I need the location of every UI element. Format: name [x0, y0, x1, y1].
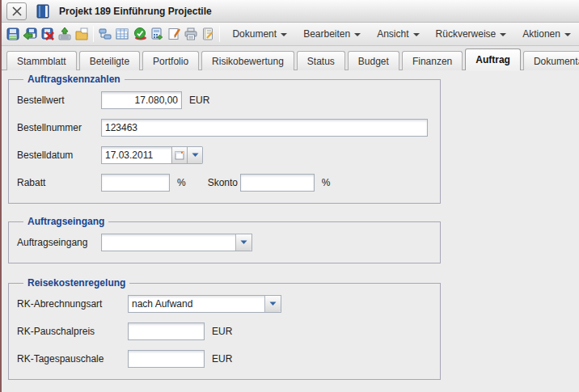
recalculate-button[interactable]	[150, 24, 164, 44]
tab-label: Finanzen	[412, 56, 452, 67]
bestelldatum-dropdown-button[interactable]	[188, 146, 203, 164]
calendar-icon	[175, 150, 184, 160]
tab-budget[interactable]: Budget	[348, 51, 399, 70]
auftragseingang-select-value	[102, 234, 235, 251]
toolbar-separator	[93, 26, 94, 42]
menu-rueckverweise-label: Rückverweise	[436, 28, 497, 40]
tab-label: Stammblatt	[17, 56, 66, 67]
print-button[interactable]	[184, 24, 198, 44]
menu-dokument[interactable]: Dokument	[229, 26, 290, 42]
menu-aktionen[interactable]: Aktionen	[519, 26, 574, 42]
auftrag-panel: Auftragskennzahlen Bestellwert EUR Beste…	[2, 70, 579, 392]
field-row-rk-abrechnungsart: RK-Abrechnungsart nach Aufwand	[17, 295, 440, 313]
titlebar: Projekt 189 Einführung Projectile	[2, 0, 579, 23]
tab-label: Risikobewertung	[212, 56, 284, 67]
bestellnummer-input[interactable]	[101, 119, 428, 137]
save-and-back-button[interactable]	[23, 24, 37, 44]
field-row-rk-tagespauschale: RK-Tagespauschale EUR	[17, 350, 440, 368]
field-row-bestellnummer: Bestellnummer	[17, 119, 440, 137]
recalculate-icon	[150, 27, 164, 41]
section-auftragskennzahlen-legend: Auftragskennzahlen	[23, 74, 125, 85]
edit-document-button[interactable]	[167, 24, 181, 44]
field-row-rabatt-skonto: Rabatt % Skonto %	[17, 174, 440, 192]
rk-pauschalpreis-label: RK-Pauschalpreis	[17, 326, 128, 337]
hierarchy-button[interactable]	[98, 24, 112, 44]
skonto-input[interactable]	[240, 174, 315, 192]
save-icon	[6, 27, 20, 41]
tab-finanzen[interactable]: Finanzen	[402, 51, 463, 70]
tab-stammblatt[interactable]: Stammblatt	[6, 51, 77, 70]
tabbar: Stammblatt Beteiligte Portfolio Risikobe…	[2, 46, 579, 70]
copy-document-button[interactable]	[74, 24, 89, 44]
rabatt-label: Rabatt	[17, 177, 101, 188]
tab-label: Dokumentation	[534, 56, 579, 67]
menu-bearbeiten-label: Bearbeiten	[303, 28, 350, 40]
projectile-window: Projekt 189 Einführung Projectile	[0, 0, 579, 392]
project-document-icon	[35, 3, 51, 19]
save-button[interactable]	[6, 24, 20, 44]
chevron-down-icon	[264, 296, 281, 312]
rk-tagespauschale-label: RK-Tagespauschale	[17, 353, 128, 365]
menu-ansicht-label: Ansicht	[377, 28, 408, 40]
section-auftragseingang-legend: Auftragseingang	[23, 216, 108, 227]
rk-pauschalpreis-input[interactable]	[128, 322, 205, 340]
section-reisekostenregelung-legend: Reisekostenregelung	[23, 277, 129, 289]
bestelldatum-label: Bestelldatum	[17, 150, 101, 161]
rk-abrechnungsart-select-value: nach Aufwand	[129, 296, 264, 312]
import-button[interactable]	[57, 24, 72, 44]
delete-button[interactable]	[40, 24, 54, 44]
bestelldatum-calendar-button[interactable]	[172, 146, 188, 164]
delete-icon	[40, 27, 55, 41]
journal-button[interactable]	[201, 24, 215, 44]
caret-down-icon	[281, 33, 287, 36]
chevron-down-icon	[192, 153, 199, 158]
field-row-bestelldatum: Bestelldatum	[17, 146, 440, 164]
rk-pauschalpreis-unit: EUR	[212, 326, 232, 337]
menu-ansicht[interactable]: Ansicht	[374, 26, 422, 42]
menu-aktionen-label: Aktionen	[522, 28, 560, 40]
section-auftragskennzahlen: Auftragskennzahlen Bestellwert EUR Beste…	[8, 74, 441, 204]
tab-portfolio[interactable]: Portfolio	[142, 51, 199, 70]
menu-rueckverweise[interactable]: Rückverweise	[433, 26, 510, 42]
tab-auftrag[interactable]: Auftrag	[465, 48, 521, 70]
rk-tagespauschale-input[interactable]	[128, 350, 205, 368]
bestellwert-label: Bestellwert	[17, 95, 101, 106]
caret-down-icon	[354, 33, 361, 36]
validate-icon	[133, 27, 147, 41]
section-reisekostenregelung: Reisekostenregelung RK-Abrechnungsart na…	[8, 277, 441, 380]
tab-label: Budget	[358, 56, 389, 67]
toolbar-separator	[219, 26, 220, 42]
caret-down-icon	[413, 33, 420, 36]
import-icon	[57, 27, 72, 41]
journal-icon	[201, 27, 215, 41]
edit-document-icon	[167, 27, 181, 41]
rk-abrechnungsart-select[interactable]: nach Aufwand	[128, 295, 281, 313]
table-view-icon	[115, 27, 129, 41]
table-view-button[interactable]	[115, 24, 129, 44]
validate-button[interactable]	[132, 24, 146, 44]
tab-label: Beteiligte	[90, 56, 129, 67]
bestellwert-unit: EUR	[189, 95, 209, 106]
tab-dokumentation[interactable]: Dokumentation	[523, 51, 579, 70]
bestellwert-input[interactable]	[101, 91, 182, 109]
hierarchy-icon	[98, 27, 112, 41]
menu-bearbeiten[interactable]: Bearbeiten	[300, 26, 364, 42]
tab-label: Auftrag	[475, 54, 510, 65]
close-button[interactable]	[6, 2, 27, 20]
skonto-label: Skonto	[208, 177, 240, 188]
rabatt-input[interactable]	[101, 174, 170, 192]
field-row-rk-pauschalpreis: RK-Pauschalpreis EUR	[17, 322, 440, 340]
tab-risikobewertung[interactable]: Risikobewertung	[201, 51, 294, 70]
bestelldatum-input[interactable]	[101, 146, 172, 164]
tab-label: Portfolio	[153, 56, 188, 67]
auftragseingang-select[interactable]	[101, 234, 252, 251]
bestellnummer-label: Bestellnummer	[17, 122, 101, 133]
tab-status[interactable]: Status	[297, 51, 345, 70]
rabatt-unit: %	[177, 177, 186, 188]
copy-document-icon	[74, 27, 89, 41]
close-icon	[11, 6, 23, 17]
tab-beteiligte[interactable]: Beteiligte	[79, 51, 140, 70]
caret-down-icon	[564, 33, 571, 36]
chevron-down-icon	[235, 234, 251, 251]
skonto-unit: %	[322, 177, 331, 188]
